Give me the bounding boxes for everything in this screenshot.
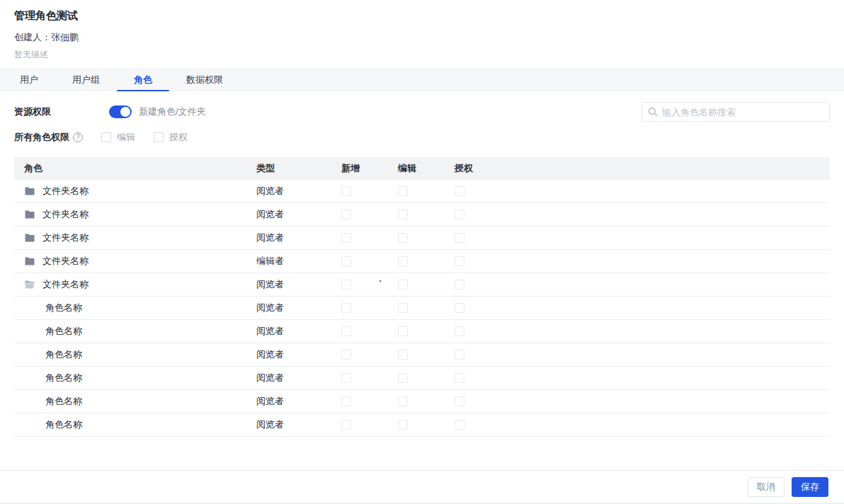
all-roles-edit-checkbox[interactable] [101,132,111,142]
all-roles-authorize-checkbox[interactable] [154,132,164,142]
row-name-label: 文件夹名称 [42,231,89,244]
all-roles-edit-group: 编辑 [101,131,135,144]
row-name-label: 文件夹名称 [42,278,89,291]
role-name-cell[interactable]: 文件夹名称 [14,255,248,268]
row-type-label: 阅览者 [248,348,333,361]
add-checkbox[interactable] [341,396,351,406]
role-search-input[interactable] [662,107,823,118]
tab-roles[interactable]: 角色 [117,68,169,91]
add-checkbox[interactable] [341,373,351,383]
role-name-cell[interactable]: 文件夹名称 [14,185,248,197]
edit-checkbox[interactable] [398,350,408,360]
question-circle-icon[interactable]: ? [73,132,83,142]
row-name-label: 角色名称 [45,325,82,338]
authorize-checkbox[interactable] [455,373,464,383]
authorize-checkbox[interactable] [455,210,464,219]
edit-checkbox[interactable] [398,256,408,266]
table-body: 文件夹名称 阅览者 文件夹名称 阅览者 文件 [14,180,830,437]
row-type-label: 阅览者 [248,231,333,244]
row-name-label: 角色名称 [45,418,82,431]
table-row: 角色名称 阅览者 [14,390,830,413]
role-search-box [641,102,830,122]
all-roles-permission-label: 所有角色权限 [14,131,69,144]
authorize-checkbox[interactable] [455,186,464,196]
column-header-type: 类型 [248,162,333,175]
all-roles-permission-row: 所有角色权限 ? 编辑 授权 [14,130,830,144]
row-type-label: 阅览者 [248,185,333,197]
role-name-cell[interactable]: 角色名称 [14,325,248,338]
row-name-label: 角色名称 [45,395,82,408]
add-checkbox[interactable] [341,256,351,266]
table-row: 文件夹名称 阅览者 [14,227,830,250]
authorize-checkbox[interactable] [455,350,464,360]
roles-table: 角色 类型 新增 编辑 授权 文件夹名称 阅览者 [14,157,830,437]
row-type-label: 阅览者 [248,278,333,291]
add-checkbox[interactable] [341,350,351,360]
description-text: 暂无描述 [14,49,830,60]
edit-checkbox[interactable] [398,233,408,243]
role-name-cell[interactable]: 文件夹名称 [14,208,248,221]
add-checkbox[interactable] [341,420,351,430]
row-type-label: 阅览者 [248,325,333,338]
authorize-checkbox[interactable] [455,396,464,406]
add-checkbox[interactable] [341,210,351,219]
row-type-label: 阅览者 [248,395,333,408]
resource-permission-label: 资源权限 [14,105,51,118]
toggle-knob [120,107,130,117]
edit-checkbox[interactable] [398,186,408,196]
row-type-label: 阅览者 [248,302,333,314]
edit-checkbox[interactable] [398,280,408,290]
new-role-folder-toggle[interactable] [109,105,132,118]
authorize-checkbox[interactable] [455,233,464,243]
cancel-button[interactable]: 取消 [748,477,785,497]
page-title: 管理角色测试 [14,9,830,22]
role-name-cell[interactable]: 角色名称 [14,372,248,384]
tab-data-permissions[interactable]: 数据权限 [169,68,240,91]
role-name-cell[interactable]: 角色名称 [14,348,248,361]
add-checkbox[interactable] [341,233,351,243]
edit-checkbox[interactable] [398,210,408,219]
add-checkbox[interactable] [341,326,351,336]
add-checkbox[interactable] [341,280,351,290]
row-type-label: 阅览者 [248,208,333,221]
table-header: 角色 类型 新增 编辑 授权 [14,157,830,180]
row-name-label: 角色名称 [45,302,82,314]
add-checkbox[interactable] [341,186,351,196]
tab-bar: 用户用户组角色数据权限 [0,68,844,91]
role-name-cell[interactable]: 角色名称 [14,418,248,431]
folder-open-icon [24,279,35,290]
edit-checkbox[interactable] [398,326,408,336]
authorize-checkbox[interactable] [455,303,464,313]
edit-checkbox[interactable] [398,420,408,430]
add-checkbox[interactable] [341,303,351,313]
authorize-checkbox[interactable] [455,326,464,336]
table-row: 角色名称 阅览者 [14,367,830,390]
row-type-label: 阅览者 [248,418,333,431]
role-name-cell[interactable]: 文件夹名称 [14,231,248,244]
column-header-edit: 编辑 [389,162,446,175]
tab-users[interactable]: 用户 [3,68,55,91]
save-button[interactable]: 保存 [792,477,828,497]
search-icon [648,107,658,117]
edit-checkbox[interactable] [398,303,408,313]
tab-user-groups[interactable]: 用户组 [55,68,117,91]
row-name-label: 文件夹名称 [42,185,89,197]
creator-text: 创建人：张佃鹏 [14,31,830,44]
authorize-checkbox[interactable] [455,420,464,430]
column-header-authorize: 授权 [446,162,503,175]
role-name-cell[interactable]: 角色名称 [14,302,248,314]
table-row: 角色名称 阅览者 [14,343,830,367]
footer: 取消 保存 [0,470,844,503]
role-name-cell[interactable]: 文件夹名称 [14,278,248,291]
edit-checkbox[interactable] [398,396,408,406]
row-name-label: 角色名称 [45,348,82,361]
resource-permission-row: 资源权限 新建角色/文件夹 [14,102,830,122]
authorize-checkbox[interactable] [455,256,464,266]
row-type-label: 编辑者 [248,255,333,268]
folder-closed-icon [24,185,35,197]
folder-closed-icon [24,232,35,244]
table-row: 角色名称 阅览者 [14,297,830,320]
role-name-cell[interactable]: 角色名称 [14,395,248,408]
authorize-checkbox[interactable] [455,280,464,290]
edit-checkbox[interactable] [398,373,408,383]
